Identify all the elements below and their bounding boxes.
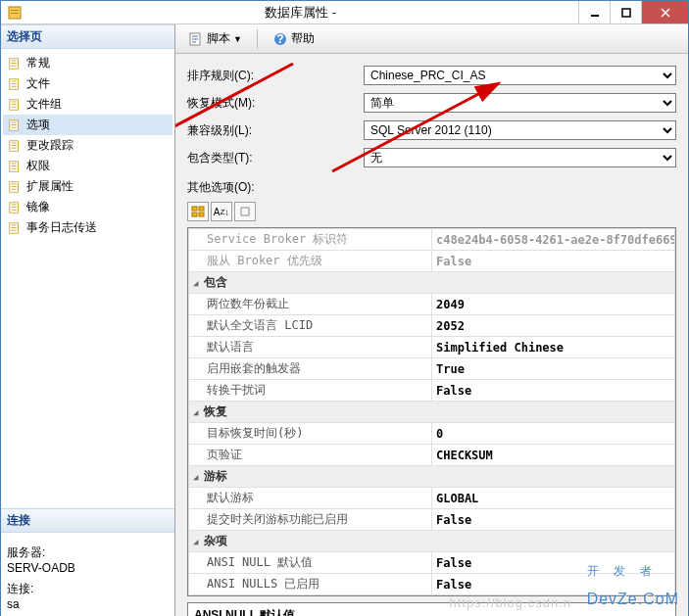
script-button[interactable]: 脚本 ▼ <box>181 27 249 50</box>
contain-label: 包含类型(T): <box>187 150 364 166</box>
page-icon <box>7 97 23 113</box>
sidebar-item-4[interactable]: 更改跟踪 <box>3 135 172 156</box>
property-row[interactable]: 默认全文语言 LCID2052 <box>189 315 675 337</box>
maximize-button[interactable] <box>610 1 641 24</box>
svg-rect-34 <box>12 188 17 189</box>
page-nav: 常规文件文件组选项更改跟踪权限扩展属性镜像事务日志传送 <box>1 49 174 242</box>
svg-rect-33 <box>12 186 17 187</box>
watermark: 开 发 者 DevZe.CoM <box>587 552 679 611</box>
svg-rect-41 <box>12 227 17 228</box>
property-row[interactable]: 杂项 <box>189 531 675 552</box>
property-row[interactable]: 默认语言Simplified Chinese <box>189 337 675 358</box>
property-row[interactable]: 游标 <box>189 466 675 488</box>
page-icon <box>7 76 23 92</box>
property-row[interactable]: 提交时关闭游标功能已启用False <box>189 509 675 531</box>
help-icon: ? <box>272 31 288 47</box>
sidebar-item-5[interactable]: 权限 <box>3 156 172 176</box>
dialog-window: 数据库属性 - 选择页 常规文件文件组选项更改跟踪权限扩展属性镜像事务日志传送 … <box>0 0 689 616</box>
other-options-label: 其他选项(O): <box>187 179 676 196</box>
collation-select[interactable]: Chinese_PRC_CI_AS <box>364 66 676 85</box>
svg-rect-38 <box>12 209 17 210</box>
conn-value: sa <box>7 597 169 611</box>
svg-rect-40 <box>12 224 17 225</box>
svg-rect-25 <box>12 145 17 146</box>
page-icon <box>7 56 23 71</box>
svg-rect-51 <box>192 213 197 216</box>
property-grid[interactable]: Service Broker 标识符c48e24b4-6058-4261-ae2… <box>187 227 676 596</box>
server-label: 服务器: <box>7 545 169 561</box>
propgrid-toolbar: AZ↓ <box>187 202 676 221</box>
close-button[interactable] <box>641 1 688 24</box>
svg-rect-26 <box>12 147 17 148</box>
chevron-down-icon: ▼ <box>233 34 242 44</box>
recovery-label: 恢复模式(M): <box>187 95 364 112</box>
page-icon <box>7 179 23 195</box>
property-row[interactable]: 服从 Broker 优先级False <box>189 251 675 272</box>
svg-rect-2 <box>11 13 19 14</box>
app-icon <box>7 5 23 21</box>
page-icon <box>7 138 23 154</box>
compat-label: 兼容级别(L): <box>187 122 364 139</box>
script-icon <box>188 31 204 47</box>
svg-rect-32 <box>12 183 17 184</box>
sidebar-item-3[interactable]: 选项 <box>3 115 172 135</box>
titlebar-title: 数据库属性 - <box>23 4 578 22</box>
sidebar-item-7[interactable]: 镜像 <box>3 197 172 217</box>
propgrid-pages-button[interactable] <box>234 202 256 221</box>
svg-rect-9 <box>12 63 17 64</box>
categorized-button[interactable] <box>187 202 209 221</box>
svg-rect-30 <box>12 167 17 168</box>
svg-rect-42 <box>12 229 17 230</box>
svg-rect-52 <box>199 213 204 216</box>
svg-rect-24 <box>12 142 17 143</box>
svg-rect-53 <box>241 208 249 215</box>
svg-rect-4 <box>622 9 630 17</box>
sidebar-item-8[interactable]: 事务日志传送 <box>3 217 172 238</box>
svg-rect-18 <box>12 106 17 107</box>
property-row[interactable]: 页验证CHECKSUM <box>189 445 675 466</box>
minimize-button[interactable] <box>578 1 610 24</box>
property-row[interactable]: Service Broker 标识符c48e24b4-6058-4261-ae2… <box>189 229 675 251</box>
property-row[interactable]: 转换干扰词False <box>189 380 675 402</box>
recovery-select[interactable]: 简单 <box>364 93 676 113</box>
page-icon <box>7 200 23 215</box>
svg-rect-12 <box>12 80 17 81</box>
sidebar-item-1[interactable]: 文件 <box>3 73 172 94</box>
svg-text:?: ? <box>276 32 283 46</box>
sidebar-item-2[interactable]: 文件组 <box>3 94 172 115</box>
svg-rect-1 <box>11 10 19 11</box>
svg-rect-13 <box>12 83 17 84</box>
main-panel: 脚本 ▼ ? 帮助 排序规则(C): Chinese_PRC_CI_AS 恢复模… <box>175 24 688 616</box>
server-value: SERV-OADB <box>7 561 169 575</box>
help-button[interactable]: ? 帮助 <box>266 27 321 50</box>
titlebar: 数据库属性 - <box>1 1 688 24</box>
page-icon <box>7 118 23 133</box>
svg-rect-14 <box>12 85 17 86</box>
property-row[interactable]: 启用嵌套的触发器True <box>189 358 675 380</box>
property-row[interactable]: 目标恢复时间(秒)0 <box>189 423 675 445</box>
svg-rect-20 <box>12 121 17 122</box>
svg-rect-8 <box>12 60 17 61</box>
property-row[interactable]: 两位数年份截止2049 <box>189 294 675 315</box>
sidebar-item-0[interactable]: 常规 <box>3 53 172 73</box>
toolbar-separator <box>257 29 258 49</box>
watermark-url: https://blog.csdn.n <box>449 595 571 610</box>
property-row[interactable]: 默认游标GLOBAL <box>189 488 675 509</box>
property-row[interactable]: 包含 <box>189 272 675 294</box>
svg-rect-37 <box>12 207 17 208</box>
svg-rect-17 <box>12 104 17 105</box>
compat-select[interactable]: SQL Server 2012 (110) <box>364 120 676 140</box>
property-row[interactable]: 恢复 <box>189 402 675 423</box>
toolbar: 脚本 ▼ ? 帮助 <box>175 24 688 54</box>
svg-rect-50 <box>199 207 204 211</box>
sidebar-item-6[interactable]: 扩展属性 <box>3 176 172 197</box>
connection-block: 服务器: SERV-OADB 连接: sa 查看连接属性 <box>1 533 174 617</box>
svg-rect-36 <box>12 204 17 205</box>
contain-select[interactable]: 无 <box>364 148 676 167</box>
page-icon <box>7 220 23 236</box>
conn-label: 连接: <box>7 581 169 597</box>
content-area: 排序规则(C): Chinese_PRC_CI_AS 恢复模式(M): 简单 兼… <box>175 54 688 616</box>
page-icon <box>7 159 23 174</box>
connection-header: 连接 <box>1 508 174 533</box>
alphabetical-button[interactable]: AZ↓ <box>211 202 232 221</box>
